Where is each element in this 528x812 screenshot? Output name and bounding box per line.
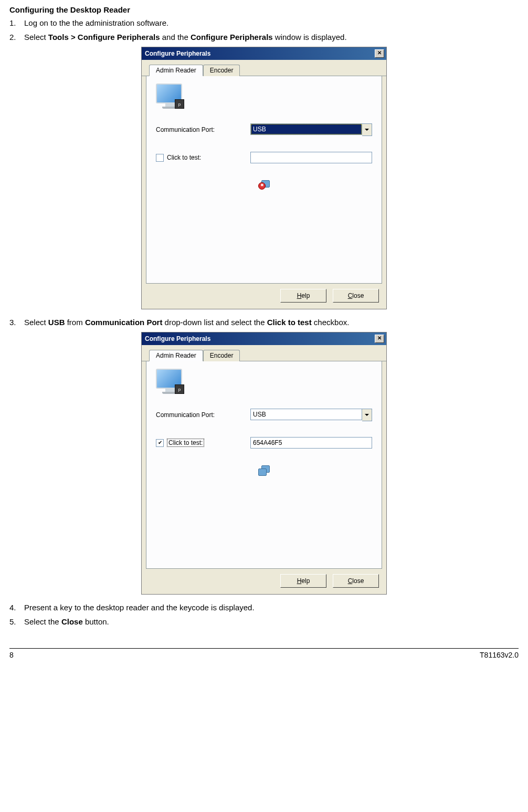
titlebar[interactable]: Configure Peripherals ✕ bbox=[142, 47, 386, 60]
status-connected-icon bbox=[258, 464, 270, 475]
test-result-field[interactable]: 654A46F5 bbox=[250, 437, 372, 449]
clicktest-label: Click to test: bbox=[167, 439, 204, 447]
t: Select bbox=[24, 33, 48, 41]
help-button[interactable]: Help bbox=[280, 574, 326, 588]
clicktest-checkbox[interactable]: ✔ bbox=[156, 439, 164, 447]
close-button[interactable]: Close bbox=[333, 574, 379, 588]
t: Select the bbox=[24, 617, 61, 626]
tab-body: p Communication Port: USB Click to test: bbox=[146, 76, 382, 284]
status-disconnected-icon: ✖ bbox=[258, 179, 270, 190]
window-title: Configure Peripherals bbox=[145, 50, 210, 57]
step-text: Select the Close button. bbox=[24, 616, 109, 627]
reader-device-icon: p bbox=[156, 84, 184, 110]
commport-label: Communication Port: bbox=[156, 411, 250, 419]
close-button[interactable]: Close bbox=[333, 289, 379, 303]
step-number: 4. bbox=[9, 602, 24, 613]
configure-peripherals-window: Configure Peripherals ✕ Admin Reader Enc… bbox=[141, 47, 387, 309]
test-result-field[interactable] bbox=[250, 152, 372, 163]
step-text: Select USB from Communication Port drop-… bbox=[24, 317, 349, 328]
page-footer: 8 T81163v2.0 bbox=[9, 648, 519, 659]
dropdown-arrow-icon[interactable] bbox=[362, 409, 372, 421]
section-heading: Configuring the Desktop Reader bbox=[9, 5, 519, 14]
step-text: Select Tools > Configure Peripherals and… bbox=[24, 32, 347, 43]
t: and the bbox=[160, 33, 191, 41]
help-button[interactable]: Help bbox=[280, 289, 326, 303]
step-4: 4. Present a key to the desktop reader a… bbox=[9, 602, 519, 613]
clicktest-checkbox[interactable] bbox=[156, 154, 164, 162]
tab-admin-reader[interactable]: Admin Reader bbox=[149, 65, 203, 76]
configure-peripherals-window: Configure Peripherals ✕ Admin Reader Enc… bbox=[141, 332, 387, 595]
t: Communication Port bbox=[85, 318, 163, 327]
step-3: 3. Select USB from Communication Port dr… bbox=[9, 317, 519, 328]
tab-encoder[interactable]: Encoder bbox=[203, 350, 240, 361]
tab-admin-reader[interactable]: Admin Reader bbox=[149, 350, 203, 361]
titlebar[interactable]: Configure Peripherals ✕ bbox=[142, 332, 386, 345]
commport-value: USB bbox=[250, 123, 362, 135]
tabstrip: Admin Reader Encoder bbox=[142, 345, 386, 361]
step-text: Present a key to the desktop reader and … bbox=[24, 602, 255, 613]
step-number: 1. bbox=[9, 17, 24, 28]
window-title: Configure Peripherals bbox=[145, 335, 210, 342]
step-text: Log on to the the administration softwar… bbox=[24, 17, 168, 28]
t: checkbox. bbox=[312, 318, 350, 327]
t: Tools > Configure Peripherals bbox=[48, 33, 160, 41]
commport-label: Communication Port: bbox=[156, 126, 250, 133]
step-number: 3. bbox=[9, 317, 24, 328]
close-icon[interactable]: ✕ bbox=[375, 49, 384, 58]
tabstrip: Admin Reader Encoder bbox=[142, 60, 386, 76]
clicktest-label: Click to test: bbox=[167, 154, 201, 161]
t: drop-down list and select the bbox=[162, 318, 267, 327]
dropdown-arrow-icon[interactable] bbox=[362, 123, 372, 136]
commport-value: USB bbox=[250, 409, 362, 420]
tab-body: p Communication Port: USB ✔ Click to tes… bbox=[146, 361, 382, 569]
t: Close bbox=[61, 617, 83, 626]
t: USB bbox=[48, 318, 65, 327]
close-icon[interactable]: ✕ bbox=[375, 335, 384, 343]
page-number: 8 bbox=[9, 651, 14, 659]
step-number: 5. bbox=[9, 616, 24, 627]
t: Configure Peripherals bbox=[191, 33, 273, 41]
t: Select bbox=[24, 318, 48, 327]
t: button. bbox=[83, 617, 109, 626]
t: from bbox=[65, 318, 85, 327]
t: window is displayed. bbox=[273, 33, 347, 41]
doc-id: T81163v2.0 bbox=[480, 651, 519, 659]
t: Click to test bbox=[267, 318, 312, 327]
step-5: 5. Select the Close button. bbox=[9, 616, 519, 627]
tab-encoder[interactable]: Encoder bbox=[203, 65, 240, 76]
reader-device-icon: p bbox=[156, 369, 184, 395]
step-2: 2. Select Tools > Configure Peripherals … bbox=[9, 32, 519, 43]
step-1: 1. Log on to the the administration soft… bbox=[9, 17, 519, 28]
commport-combobox[interactable]: USB bbox=[250, 409, 372, 421]
commport-combobox[interactable]: USB bbox=[250, 123, 372, 136]
step-number: 2. bbox=[9, 32, 24, 43]
